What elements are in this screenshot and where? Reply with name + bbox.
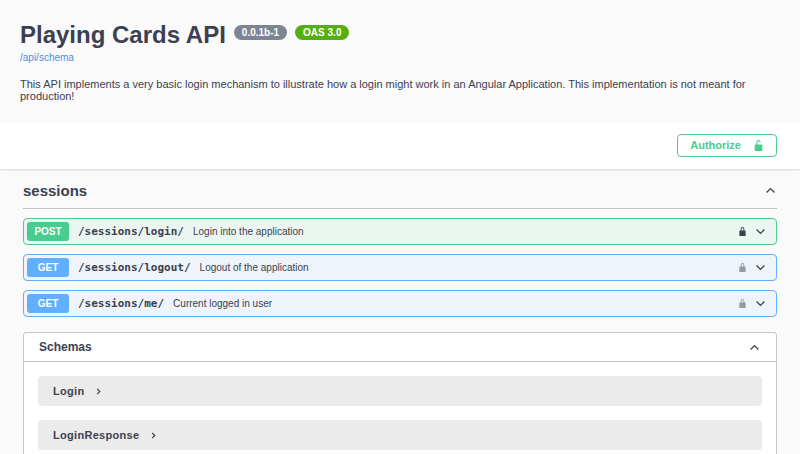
- chevron-down-icon[interactable]: [754, 261, 767, 274]
- operation-summary: Login into the application: [193, 226, 304, 237]
- operations-section: sessions POST /sessions/login/ Login int…: [0, 177, 800, 317]
- oas-version-badge: OAS 3.0: [295, 25, 349, 40]
- chevron-right-icon: [94, 386, 103, 397]
- operation-path: /sessions/me/: [78, 297, 164, 310]
- operation-auth-button[interactable]: [738, 262, 747, 273]
- operation-summary: Current logged in user: [173, 298, 272, 309]
- version-badge: 0.0.1b-1: [234, 25, 287, 40]
- schemas-body: Login LoginResponse User: [24, 362, 776, 454]
- chevron-down-icon[interactable]: [754, 225, 767, 238]
- operation-summary: Logout of the application: [200, 262, 309, 273]
- page-title: Playing Cards API: [20, 22, 226, 47]
- locked-padlock-icon: [738, 262, 747, 273]
- schema-card-login[interactable]: Login: [38, 376, 762, 406]
- scheme-container: Authorize: [0, 122, 800, 169]
- authorize-button[interactable]: Authorize: [677, 134, 777, 157]
- unlocked-padlock-icon: [753, 139, 764, 152]
- title-row: Playing Cards API 0.0.1b-1 OAS 3.0: [20, 22, 780, 47]
- operation-path: /sessions/logout/: [78, 261, 191, 274]
- http-method-badge: GET: [27, 294, 69, 313]
- chevron-up-icon: [764, 184, 777, 197]
- authorize-button-label: Authorize: [690, 139, 741, 152]
- operation-row-post-sessions-login[interactable]: POST /sessions/login/ Login into the app…: [23, 218, 777, 245]
- schema-card-loginresponse[interactable]: LoginResponse: [38, 420, 762, 450]
- chevron-down-icon[interactable]: [754, 297, 767, 310]
- locked-padlock-icon: [738, 298, 747, 309]
- schemas-header[interactable]: Schemas: [24, 333, 776, 362]
- tag-header-sessions[interactable]: sessions: [23, 177, 777, 209]
- http-method-badge: POST: [27, 222, 69, 241]
- chevron-up-icon: [748, 341, 761, 354]
- api-description: This API implements a very basic login m…: [20, 78, 780, 102]
- schema-name: Login: [53, 385, 84, 397]
- spec-url-link[interactable]: /api/schema: [20, 52, 74, 63]
- operation-auth-button[interactable]: [738, 298, 747, 309]
- operation-row-get-sessions-me[interactable]: GET /sessions/me/ Current logged in user: [23, 290, 777, 317]
- operation-path: /sessions/login/: [78, 225, 184, 238]
- chevron-right-icon: [149, 430, 158, 441]
- operation-row-get-sessions-logout[interactable]: GET /sessions/logout/ Logout of the appl…: [23, 254, 777, 281]
- collapse-schemas-button[interactable]: [748, 341, 761, 354]
- schemas-section: Schemas Login LoginResponse User: [23, 332, 777, 454]
- operation-auth-button[interactable]: [738, 226, 747, 237]
- api-info-section: Playing Cards API 0.0.1b-1 OAS 3.0 /api/…: [0, 0, 800, 122]
- tag-title: sessions: [23, 182, 87, 199]
- locked-padlock-icon: [738, 226, 747, 237]
- http-method-badge: GET: [27, 258, 69, 277]
- schemas-title: Schemas: [39, 340, 92, 354]
- collapse-section-button[interactable]: [764, 184, 777, 197]
- schema-name: LoginResponse: [53, 429, 139, 441]
